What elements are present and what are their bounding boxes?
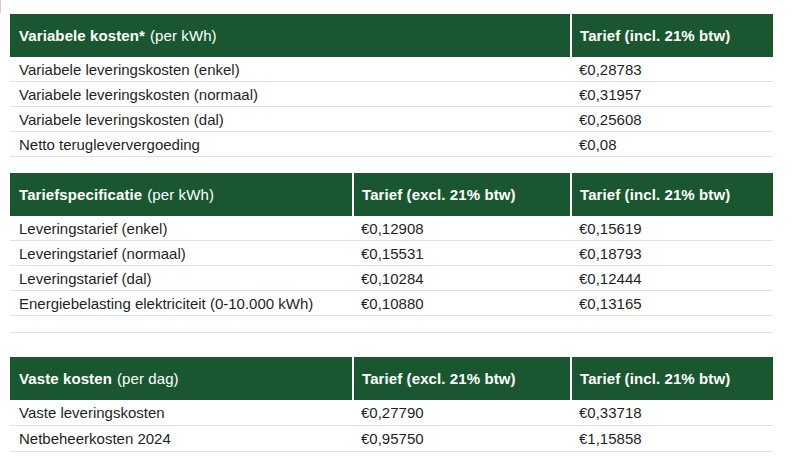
value-excl: €0,95750 bbox=[352, 426, 570, 452]
value-incl: €0,28783 bbox=[570, 57, 773, 82]
row-label: Leveringstarief (normaal) bbox=[10, 241, 352, 266]
table-row: Leveringstarief (dal) €0,10284 €0,12444 bbox=[10, 266, 773, 291]
value-excl: €0,15531 bbox=[352, 241, 570, 266]
row-label: Variabele leveringskosten (enkel) bbox=[10, 57, 570, 82]
value-incl: €0,33718 bbox=[570, 400, 773, 426]
row-label: Leveringstarief (enkel) bbox=[10, 216, 352, 241]
tariefspecificatie-table: Tariefspecificatie (per kWh) Tarief (exc… bbox=[10, 173, 773, 333]
table-row: Netbeheerkosten 2024 €0,95750 €1,15858 bbox=[10, 426, 773, 452]
table-row: Vaste leveringskosten €0,27790 €0,33718 bbox=[10, 400, 773, 426]
column-header-incl: Tarief (incl. 21% btw) bbox=[570, 14, 773, 57]
column-header-incl: Tarief (incl. 21% btw) bbox=[570, 357, 773, 400]
table-header-row: Variabele kosten* (per kWh) Tarief (incl… bbox=[10, 14, 773, 57]
row-label: Variabele leveringskosten (dal) bbox=[10, 107, 570, 132]
table-row: Netto terugleververgoeding €0,08 bbox=[10, 132, 773, 157]
value-incl: €0,31957 bbox=[570, 82, 773, 107]
table-row: Leveringstarief (normaal) €0,15531 €0,18… bbox=[10, 241, 773, 266]
table-title-unit: (per kWh) bbox=[147, 186, 214, 203]
table-row: Variabele leveringskosten (enkel) €0,287… bbox=[10, 57, 773, 82]
row-label: Energiebelasting elektriciteit (0-10.000… bbox=[10, 291, 352, 316]
table-row: Variabele leveringskosten (normaal) €0,3… bbox=[10, 82, 773, 107]
column-header-excl: Tarief (excl. 21% btw) bbox=[352, 173, 570, 216]
table-title: Tariefspecificatie bbox=[19, 186, 142, 203]
empty-cell bbox=[570, 316, 773, 333]
table-row: Variabele leveringskosten (dal) €0,25608 bbox=[10, 107, 773, 132]
value-incl: €0,08 bbox=[570, 132, 773, 157]
value-incl: €1,15858 bbox=[570, 426, 773, 452]
empty-cell bbox=[10, 316, 352, 333]
table-title-unit: (per kWh) bbox=[150, 27, 217, 44]
table-title: Vaste kosten bbox=[19, 370, 112, 387]
table-title-cell: Vaste kosten (per dag) bbox=[10, 357, 352, 400]
column-header-incl: Tarief (incl. 21% btw) bbox=[570, 173, 773, 216]
row-label: Netbeheerkosten 2024 bbox=[10, 426, 352, 452]
value-excl: €0,27790 bbox=[352, 400, 570, 426]
page: Variabele kosten* (per kWh) Tarief (incl… bbox=[0, 0, 800, 472]
table-header-row: Tariefspecificatie (per kWh) Tarief (exc… bbox=[10, 173, 773, 216]
empty-cell bbox=[352, 316, 570, 333]
table-title-cell: Variabele kosten* (per kWh) bbox=[10, 14, 570, 57]
value-incl: €0,12444 bbox=[570, 266, 773, 291]
value-excl: €0,10880 bbox=[352, 291, 570, 316]
value-incl: €0,13165 bbox=[570, 291, 773, 316]
table-empty-row bbox=[10, 316, 773, 333]
value-excl: €0,10284 bbox=[352, 266, 570, 291]
row-label: Netto terugleververgoeding bbox=[10, 132, 570, 157]
tariff-content: Variabele kosten* (per kWh) Tarief (incl… bbox=[10, 0, 773, 452]
table-row: Leveringstarief (enkel) €0,12908 €0,1561… bbox=[10, 216, 773, 241]
value-incl: €0,15619 bbox=[570, 216, 773, 241]
table-header-row: Vaste kosten (per dag) Tarief (excl. 21%… bbox=[10, 357, 773, 400]
column-header-excl: Tarief (excl. 21% btw) bbox=[352, 357, 570, 400]
table-row: Energiebelasting elektriciteit (0-10.000… bbox=[10, 291, 773, 316]
value-incl: €0,18793 bbox=[570, 241, 773, 266]
table-title-cell: Tariefspecificatie (per kWh) bbox=[10, 173, 352, 216]
page-edge-line bbox=[0, 0, 1, 13]
row-label: Variabele leveringskosten (normaal) bbox=[10, 82, 570, 107]
table-title: Variabele kosten* bbox=[19, 27, 145, 44]
variabele-kosten-table: Variabele kosten* (per kWh) Tarief (incl… bbox=[10, 14, 773, 157]
value-incl: €0,25608 bbox=[570, 107, 773, 132]
row-label: Leveringstarief (dal) bbox=[10, 266, 352, 291]
value-excl: €0,12908 bbox=[352, 216, 570, 241]
table-title-unit: (per dag) bbox=[117, 370, 179, 387]
vaste-kosten-table: Vaste kosten (per dag) Tarief (excl. 21%… bbox=[10, 357, 773, 452]
row-label: Vaste leveringskosten bbox=[10, 400, 352, 426]
